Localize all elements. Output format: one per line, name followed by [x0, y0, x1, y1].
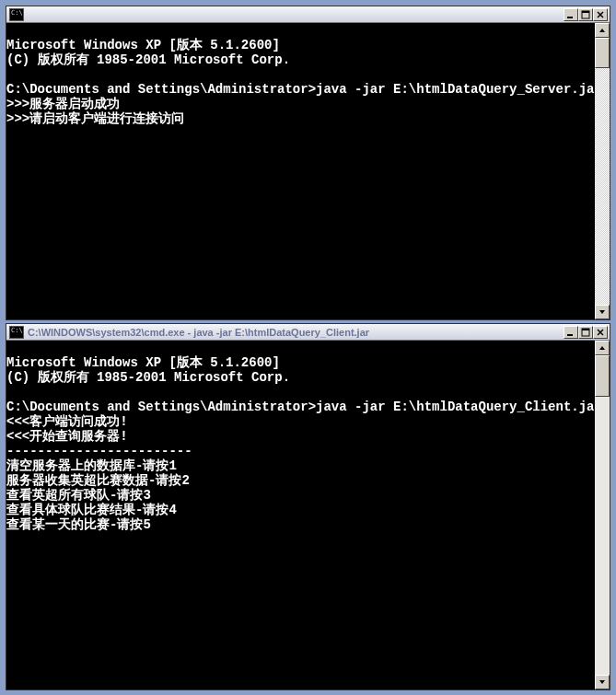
terminal-line: 服务器收集英超比赛数据-请按2 [6, 473, 190, 488]
terminal-line: 查看某一天的比赛-请按5 [6, 517, 151, 532]
terminal-line: Microsoft Windows XP [版本 5.1.2600] [6, 355, 280, 370]
scrollbar[interactable] [595, 341, 610, 689]
terminal-line: C:\Documents and Settings\Administrator>… [6, 82, 602, 97]
svg-rect-5 [582, 329, 589, 330]
maximize-button[interactable] [578, 8, 593, 21]
terminal-line: >>>请启动客户端进行连接访问 [6, 111, 184, 126]
terminal-line: 查看具体球队比赛结果-请按4 [6, 503, 177, 517]
cmd-icon [9, 8, 24, 21]
scroll-up-button[interactable] [595, 341, 610, 355]
scroll-up-button[interactable] [595, 23, 610, 38]
scroll-down-button[interactable] [595, 675, 610, 689]
window-controls [564, 326, 608, 339]
titlebar-client[interactable]: C:\WINDOWS\system32\cmd.exe - java -jar … [6, 324, 610, 341]
window-controls [564, 8, 608, 21]
cmd-window-server: Microsoft Windows XP [版本 5.1.2600] (C) 版… [6, 6, 610, 320]
svg-rect-2 [582, 11, 589, 13]
scroll-track[interactable] [595, 355, 610, 675]
maximize-button[interactable] [578, 326, 593, 339]
terminal-line: 查看英超所有球队-请按3 [6, 488, 151, 503]
terminal-line: <<<客户端访问成功! [6, 414, 128, 429]
terminal-output-server: Microsoft Windows XP [版本 5.1.2600] (C) 版… [6, 23, 610, 319]
window-title: C:\WINDOWS\system32\cmd.exe - java -jar … [28, 327, 369, 338]
scroll-down-button[interactable] [595, 305, 610, 319]
scroll-thumb[interactable] [595, 355, 610, 397]
terminal-line: <<<开始查询服务器! [6, 429, 128, 444]
terminal-line: C:\Documents and Settings\Administrator>… [6, 400, 602, 414]
titlebar-server[interactable] [6, 6, 610, 23]
scrollbar[interactable] [595, 23, 610, 319]
terminal-line: (C) 版权所有 1985-2001 Microsoft Corp. [6, 52, 290, 67]
svg-rect-3 [567, 334, 573, 336]
terminal-line: Microsoft Windows XP [版本 5.1.2600] [6, 38, 280, 52]
close-button[interactable] [593, 8, 608, 21]
cmd-window-client: C:\WINDOWS\system32\cmd.exe - java -jar … [6, 323, 610, 690]
terminal-line: 清空服务器上的数据库-请按1 [6, 458, 177, 473]
close-button[interactable] [593, 326, 608, 339]
minimize-button[interactable] [564, 8, 578, 21]
terminal-line: ------------------------ [6, 444, 192, 458]
terminal-line: (C) 版权所有 1985-2001 Microsoft Corp. [6, 370, 290, 385]
minimize-button[interactable] [564, 326, 578, 339]
svg-rect-0 [567, 17, 573, 18]
scroll-thumb[interactable] [595, 38, 610, 68]
terminal-line: >>>服务器启动成功 [6, 97, 120, 111]
terminal-output-client: Microsoft Windows XP [版本 5.1.2600] (C) 版… [6, 341, 610, 689]
scroll-track[interactable] [595, 38, 610, 305]
cmd-icon [9, 326, 24, 339]
